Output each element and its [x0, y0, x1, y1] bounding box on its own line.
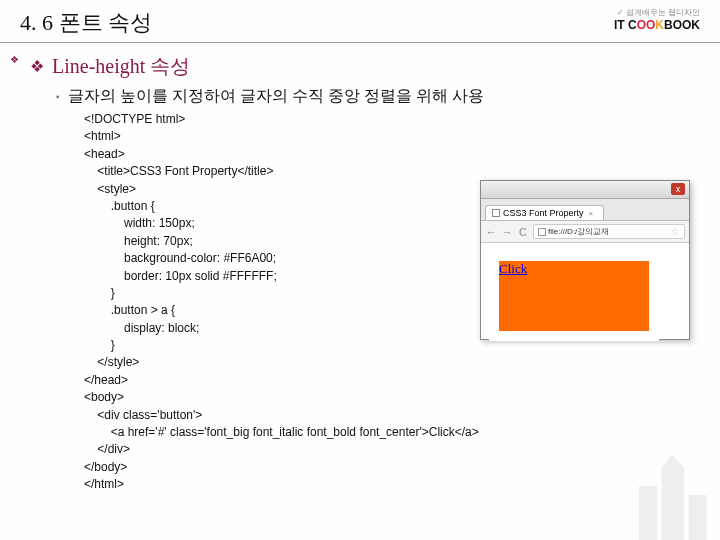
browser-window: x CSS3 Font Property × ← → C file:///D:/…	[480, 180, 690, 340]
click-link[interactable]: Click	[499, 261, 649, 277]
nav-forward-icon[interactable]: →	[501, 226, 513, 238]
close-icon[interactable]: x	[671, 183, 685, 195]
corner-decoration	[630, 450, 720, 540]
browser-toolbar: ← → C file:///D:/강의교재 ☆	[481, 221, 689, 243]
browser-titlebar: x	[481, 181, 689, 199]
favicon-icon	[492, 209, 500, 217]
tab-close-icon[interactable]: ×	[589, 209, 594, 218]
reload-icon[interactable]: C	[517, 226, 529, 238]
logo-brand: IT COOKBOOK	[614, 18, 700, 32]
square-icon: ▪	[56, 91, 60, 102]
url-bar[interactable]: file:///D:/강의교재 ☆	[533, 224, 685, 239]
svg-rect-1	[662, 468, 685, 540]
decor-dots: ❖	[10, 54, 19, 65]
tab-title: CSS3 Font Property	[503, 208, 584, 218]
diamond-icon: ❖	[30, 57, 44, 76]
nav-back-icon[interactable]: ←	[485, 226, 497, 238]
button-div: Click	[489, 251, 659, 341]
browser-tabstrip: CSS3 Font Property ×	[481, 199, 689, 221]
bullet-sub: ▪ 글자의 높이를 지정하여 글자의 수직 중앙 정렬을 위해 사용	[56, 86, 690, 107]
browser-viewport: Click	[481, 243, 689, 349]
star-icon[interactable]: ☆	[671, 226, 680, 237]
bullet-main-text: Line-height 속성	[52, 53, 190, 80]
logo: ✓ 쉽게배우는 웹디자인 IT COOKBOOK	[614, 8, 700, 32]
svg-rect-0	[639, 486, 657, 540]
bullet-main: ❖ Line-height 속성	[30, 53, 690, 80]
section-title: 4. 6 폰트 속성	[20, 8, 152, 38]
logo-tagline: ✓ 쉽게배우는 웹디자인	[614, 8, 700, 18]
svg-rect-2	[689, 495, 707, 540]
bullet-sub-text: 글자의 높이를 지정하여 글자의 수직 중앙 정렬을 위해 사용	[68, 86, 484, 107]
file-icon	[538, 228, 546, 236]
url-text: file:///D:/강의교재	[548, 226, 609, 237]
browser-tab[interactable]: CSS3 Font Property ×	[485, 205, 604, 220]
svg-marker-3	[662, 455, 685, 469]
